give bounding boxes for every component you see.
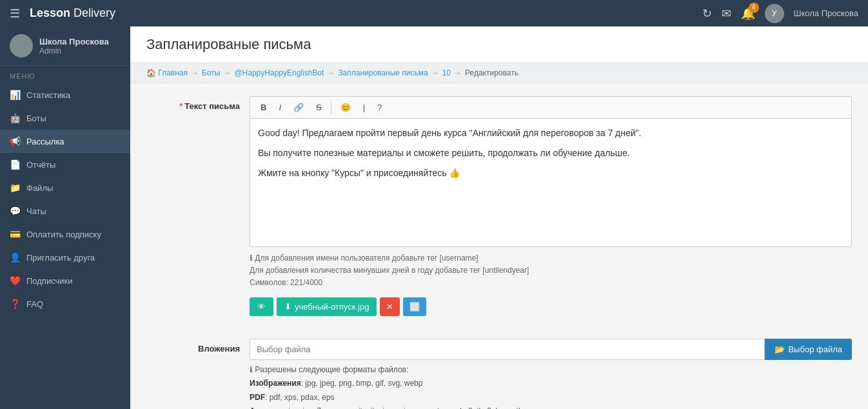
files-icon: 📁 [10,183,20,193]
attachment-copy-button[interactable]: ⬜ [403,297,426,316]
hamburger-menu-button[interactable]: ☰ [10,6,20,21]
toolbar-help-button[interactable]: ? [372,100,387,115]
navbar-left: ☰ Lesson Delivery [10,6,115,21]
breadcrumb-id[interactable]: 10 [442,68,451,77]
sidebar-item-faq-label: FAQ [26,299,43,309]
chats-icon: 💬 [10,206,20,216]
download-icon: ⬇ [284,302,291,312]
page-title: Запланированые письма [146,36,852,53]
editor-text: Good day! Предлагаем пройти первый день … [258,126,843,180]
toolbar-separator-1 [331,101,331,114]
subscribers-icon: ❤️ [10,275,20,286]
sidebar: Школа Проскова Admin Меню 📊 Статистика 🤖… [0,26,130,409]
bots-icon: 🤖 [10,113,20,123]
sidebar-item-invite[interactable]: 👤 Пригласить друга [0,246,130,269]
breadcrumb-sep-3: → [327,68,335,77]
sidebar-item-subscribers-label: Подписчики [26,276,73,286]
subscription-icon: 💳 [10,229,20,239]
navbar-right: ↻ ✉ 🔔 4 У Школа Проскова [702,4,858,23]
file-formats: ℹ Разрешены следующие форматы файлов: Из… [250,363,852,409]
sidebar-item-subscribers[interactable]: ❤️ Подписчики [0,269,130,292]
statistics-icon: 📊 [10,90,20,100]
eye-icon: 👁 [257,302,266,312]
attachments-label: Вложения [146,339,250,409]
attachments-wrap: 📂 Выбор файла ℹ Разрешены следующие форм… [250,339,852,409]
toolbar-strikethrough-button[interactable]: S [311,100,327,115]
editor-content[interactable]: Good day! Предлагаем пройти первый день … [250,118,852,247]
sidebar-item-broadcast-label: Рассылка [26,137,64,146]
refresh-icon[interactable]: ↻ [702,6,712,21]
file-formats-pdf: PDF: pdf, xps, pdax, eps [250,391,852,405]
editor-line2: Вы получите полезные материалы и сможете… [258,146,843,160]
toolbar-italic-button[interactable]: I [273,100,286,115]
toolbar-bold-button[interactable]: B [255,100,271,115]
reports-icon: 📄 [10,159,20,170]
content-area: Запланированые письма 🏠 Главная → Боты →… [130,26,868,409]
sidebar-item-subscription-label: Оплатить подписку [26,230,101,239]
sidebar-user-role: Admin [39,46,109,55]
navbar-username: Школа Проскова [794,8,858,18]
attachment-view-button[interactable]: 👁 [250,297,273,316]
attachment-delete-button[interactable]: ✕ [380,297,400,316]
file-choose-button[interactable]: 📂 Выбор файла [765,339,852,360]
page-header: Запланированые письма [130,26,868,63]
app-brand: Lesson Delivery [30,6,115,20]
file-input[interactable] [250,339,765,360]
hint-chars: Символов: 221/4000 [250,277,852,289]
sidebar-username: Школа Проскова [39,37,109,46]
sidebar-item-files-label: Файлы [26,183,53,193]
sidebar-item-reports-label: Отчёты [26,160,55,170]
toolbar-link-button[interactable]: 🔗 [288,100,309,115]
text-form-row: *Текст письма B I 🔗 S 😊 | ? [146,96,852,326]
sidebar-item-bots[interactable]: 🤖 Боты [0,106,130,130]
invite-icon: 👤 [10,252,20,263]
hint-days: Для добавления количества минувших дней … [250,264,852,277]
breadcrumb-bots[interactable]: Боты [202,68,220,77]
toolbar-emoji-button[interactable]: 😊 [335,100,356,115]
attachments-form-row: Вложения 📂 Выбор файла ℹ Разрешены следу… [146,339,852,409]
broadcast-icon: 📢 [10,136,20,146]
editor-hints: ℹ Для добавления имени пользователя доба… [250,252,852,290]
file-formats-images: Изображения: jpg, jpeg, png, bmp, gif, s… [250,377,852,391]
sidebar-item-chats-label: Чаты [26,206,46,216]
avatar[interactable]: У [765,4,784,23]
editor-line1: Good day! Предлагаем пройти первый день … [258,126,843,140]
sidebar-item-bots-label: Боты [26,114,46,123]
sidebar-item-chats[interactable]: 💬 Чаты [0,199,130,223]
attachment-download-button[interactable]: ⬇ учебный-отпуск.jpg [277,297,377,316]
breadcrumb-current: Редактировать [465,68,518,77]
breadcrumb-bot[interactable]: @HappyHappyEnglishBot [234,68,324,77]
editor-line3: Жмите на кнопку "Курсы" и присоединяйтес… [258,166,843,180]
mail-icon[interactable]: ✉ [722,6,731,21]
sidebar-item-invite-label: Пригласить друга [26,253,95,263]
sidebar-menu-label: Меню [0,66,130,83]
breadcrumb-sep-1: → [191,68,199,77]
breadcrumb-sep-2: → [223,68,231,77]
sidebar-item-faq[interactable]: ❓ FAQ [0,292,130,315]
sidebar-item-statistics-label: Статистика [26,90,70,100]
file-formats-archives: Архивы: zip, zipx, 7z, zz, rar, sit, sit… [250,404,852,409]
sidebar-item-subscription[interactable]: 💳 Оплатить подписку [0,223,130,246]
toolbar-pipe: | [358,100,370,115]
notification-badge: 4 [749,3,759,13]
folder-icon: 📂 [774,344,785,354]
sidebar-item-statistics[interactable]: 📊 Статистика [0,83,130,106]
attachment-row: 👁 ⬇ учебный-отпуск.jpg ✕ ⬜ [250,297,852,316]
sidebar-user: Школа Проскова Admin [0,26,130,66]
text-editor-wrap: B I 🔗 S 😊 | ? Good day! Предлагаем пройт… [250,96,852,326]
breadcrumb: 🏠 Главная → Боты → @HappyHappyEnglishBot… [130,63,868,83]
faq-icon: ❓ [10,299,20,309]
breadcrumb-letters[interactable]: Запланированые письма [338,68,428,77]
form-area: *Текст письма B I 🔗 S 😊 | ? [130,83,868,409]
breadcrumb-home[interactable]: 🏠 Главная [146,68,188,77]
text-label: *Текст письма [146,96,250,326]
hint-username: ℹ Для добавления имени пользователя доба… [250,252,852,264]
notification-icon[interactable]: 🔔 4 [741,6,755,21]
file-formats-header: ℹ Разрешены следующие форматы файлов: [250,363,852,377]
file-input-group: 📂 Выбор файла [250,339,852,360]
main-layout: Школа Проскова Admin Меню 📊 Статистика 🤖… [0,26,868,409]
sidebar-item-reports[interactable]: 📄 Отчёты [0,153,130,176]
sidebar-item-files[interactable]: 📁 Файлы [0,176,130,199]
sidebar-item-broadcast[interactable]: 📢 Рассылка [0,130,130,153]
breadcrumb-sep-4: → [431,68,439,77]
